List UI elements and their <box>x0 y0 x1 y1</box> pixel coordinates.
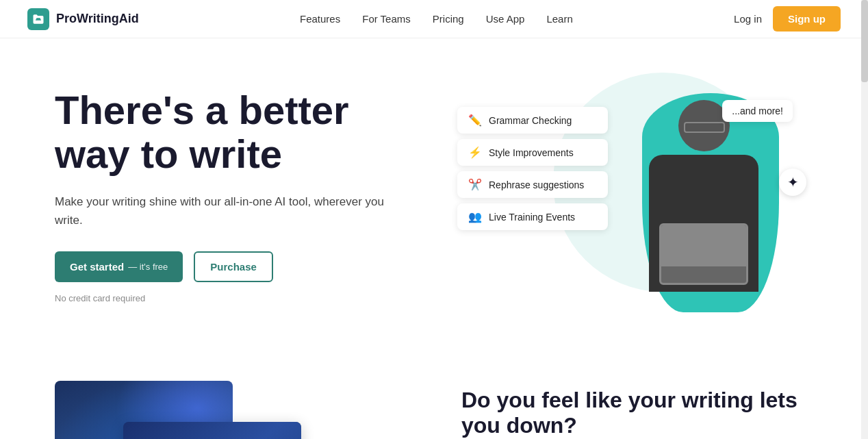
grammar-label: Grammar Checking <box>489 115 572 126</box>
style-icon: ⚡ <box>468 146 482 159</box>
feature-card-rephrase: ✂️ Rephrase suggestions <box>457 171 608 198</box>
hero-subtitle: Make your writing shine with our all-in-… <box>55 192 411 229</box>
feature-card-style: ⚡ Style Improvements <box>457 139 608 166</box>
feature-card-training: 👥 Live Training Events <box>457 203 608 230</box>
image-front <box>123 422 301 439</box>
logo-link[interactable]: ProWritingAid <box>27 8 139 30</box>
signup-button[interactable]: Sign up <box>773 6 841 32</box>
scrollbar-track[interactable] <box>861 0 868 439</box>
laptop-screen <box>661 225 746 266</box>
training-label: Live Training Events <box>489 212 575 223</box>
scrollbar-thumb[interactable] <box>861 0 868 82</box>
style-label: Style Improvements <box>489 147 574 158</box>
person-body <box>649 155 758 292</box>
rephrase-icon: ✂️ <box>468 178 482 191</box>
grammar-icon: ✏️ <box>468 114 482 127</box>
logo-text: ProWritingAid <box>56 12 139 26</box>
hero-title-line2: way to write <box>55 131 282 176</box>
section2-image-area: My idea in my head <box>55 381 407 439</box>
navbar: ProWritingAid Features For Teams Pricing… <box>0 0 868 38</box>
person-laptop <box>659 223 748 285</box>
hero-buttons: Get started — it's free Purchase <box>55 251 411 282</box>
purchase-button[interactable]: Purchase <box>194 251 273 282</box>
image-stack: My idea in my head <box>55 381 301 439</box>
nav-link-for-teams[interactable]: For Teams <box>362 13 411 25</box>
section2-text-area: Do you feel like your writing lets you d… <box>461 381 813 439</box>
hero-section: There's a better way to write Make your … <box>0 38 868 340</box>
free-tag: — it's free <box>128 262 168 272</box>
login-button[interactable]: Log in <box>734 13 762 25</box>
section2: My idea in my head Do you feel like your… <box>0 340 868 439</box>
nav-link-features[interactable]: Features <box>300 13 340 25</box>
training-icon: 👥 <box>468 210 482 223</box>
nav-actions: Log in Sign up <box>734 6 841 32</box>
nav-link-use-app[interactable]: Use App <box>486 13 525 25</box>
feature-cards: ✏️ Grammar Checking ⚡ Style Improvements… <box>457 107 608 230</box>
get-started-button[interactable]: Get started — it's free <box>55 251 183 282</box>
person-head <box>678 100 730 151</box>
plus-star-icon: ✦ <box>779 168 806 196</box>
feature-card-grammar: ✏️ Grammar Checking <box>457 107 608 134</box>
hero-note: No credit card required <box>55 293 411 303</box>
nav-link-pricing[interactable]: Pricing <box>433 13 464 25</box>
logo-icon <box>27 8 49 30</box>
hero-title: There's a better way to write <box>55 88 411 176</box>
hero-title-line1: There's a better <box>55 88 349 132</box>
front-image-bg <box>123 422 301 439</box>
person-glasses <box>684 122 725 133</box>
page-wrapper[interactable]: ProWritingAid Features For Teams Pricing… <box>0 0 868 439</box>
section2-title: Do you feel like your writing lets you d… <box>461 388 813 438</box>
rephrase-label: Rephrase suggestions <box>489 179 584 190</box>
logo-svg <box>31 12 45 26</box>
hero-right: ✏️ Grammar Checking ⚡ Style Improvements… <box>457 79 813 312</box>
nav-link-learn[interactable]: Learn <box>546 13 572 25</box>
hero-left: There's a better way to write Make your … <box>55 88 411 303</box>
nav-links: Features For Teams Pricing Use App Learn <box>300 13 573 25</box>
get-started-label: Get started <box>70 261 124 273</box>
more-badge: ...and more! <box>722 100 793 122</box>
